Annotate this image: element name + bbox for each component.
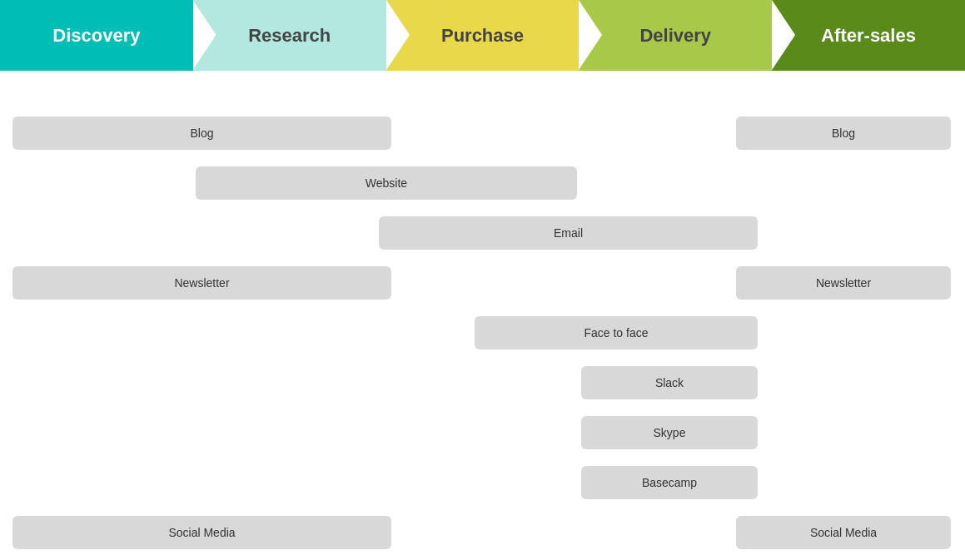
chevron-label-delivery: Delivery (639, 25, 711, 47)
touchpoint-website: Website (196, 166, 577, 200)
touchpoint-newsletter-1: Newsletter (12, 266, 391, 300)
chevron-purchase: Purchase (386, 0, 579, 71)
chevron-label-research: Research (248, 25, 331, 47)
touchpoint-social-media-1: Social Media (12, 516, 391, 549)
touchpoint-skype: Skype (581, 416, 758, 449)
touchpoint-newsletter-2: Newsletter (736, 266, 951, 300)
chevron-label-purchase: Purchase (441, 25, 524, 47)
chevron-discovery: Discovery (0, 0, 193, 71)
touchpoint-slack: Slack (581, 366, 758, 399)
touchpoint-email: Email (379, 216, 758, 250)
chevron-label-after-sales: After-sales (821, 25, 916, 47)
chevron-banner: DiscoveryResearchPurchaseDeliveryAfter-s… (0, 0, 965, 71)
touchpoint-blog-1: Blog (12, 116, 391, 150)
chevron-research: Research (193, 0, 386, 71)
touchpoint-face-to-face: Face to face (475, 316, 758, 349)
chevron-label-discovery: Discovery (52, 25, 140, 47)
touchpoint-social-media-2: Social Media (736, 516, 951, 549)
chevron-after-sales: After-sales (772, 0, 965, 71)
content-area: BlogBlogWebsiteEmailNewsletterNewsletter… (0, 96, 965, 560)
chevron-delivery: Delivery (579, 0, 772, 71)
touchpoint-basecamp: Basecamp (581, 466, 758, 499)
touchpoint-blog-2: Blog (736, 116, 951, 150)
